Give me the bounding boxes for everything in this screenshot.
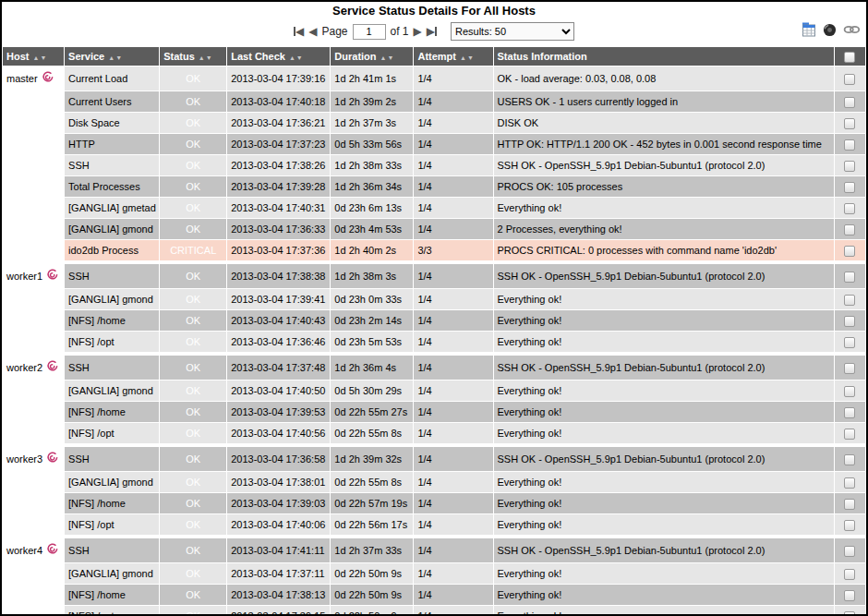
attempt-value: 1/4 xyxy=(414,514,492,535)
service-row: masterCurrent LoadOK2013-03-04 17:39:161… xyxy=(3,66,865,91)
service-name-link[interactable]: Current Load xyxy=(65,66,159,91)
sort-arrows-icon[interactable]: ▲▼ xyxy=(380,54,395,61)
page-of-label: of 1 xyxy=(391,25,409,38)
service-name-link[interactable]: Current Users xyxy=(65,91,159,112)
row-checkbox[interactable] xyxy=(844,363,855,374)
service-name-link[interactable]: [NFS] /home xyxy=(65,585,159,605)
service-name-link[interactable]: ido2db Process xyxy=(65,240,159,260)
attempt-value: 1/4 xyxy=(414,264,492,288)
row-checkbox[interactable] xyxy=(844,546,855,557)
host-name-link[interactable]: master xyxy=(6,71,38,86)
row-checkbox-cell xyxy=(835,563,865,584)
sort-arrows-icon[interactable]: ▲▼ xyxy=(289,54,304,61)
row-checkbox[interactable] xyxy=(844,454,855,465)
sort-arrows-icon[interactable]: ▲▼ xyxy=(32,54,47,61)
row-checkbox[interactable] xyxy=(844,139,855,151)
status-badge: OK xyxy=(160,472,226,492)
results-per-page-select[interactable]: Results: 50 xyxy=(451,22,574,41)
row-checkbox[interactable] xyxy=(844,590,855,601)
service-row: [NFS] /homeOK2013-03-04 17:39:030d 22h 5… xyxy=(3,493,865,513)
next-page-button[interactable]: ▶ xyxy=(414,26,422,37)
host-name-link[interactable]: worker3 xyxy=(6,452,42,466)
row-checkbox[interactable] xyxy=(844,203,855,214)
service-name-link[interactable]: SSH xyxy=(65,356,159,380)
first-page-button[interactable]: ◀ xyxy=(294,26,304,37)
duration-value: 0d 22h 55m 8s xyxy=(331,423,413,443)
column-header-host[interactable]: Host▲▼ xyxy=(3,47,64,66)
service-name-link[interactable]: Disk Space xyxy=(65,113,159,133)
row-checkbox[interactable] xyxy=(844,246,855,257)
service-row: Disk SpaceOK2013-03-04 17:36:211d 2h 37m… xyxy=(3,113,865,133)
row-checkbox[interactable] xyxy=(844,477,855,489)
duration-value: 0d 23h 2m 14s xyxy=(331,310,413,331)
page-number-input[interactable] xyxy=(353,24,386,40)
row-checkbox[interactable] xyxy=(844,316,855,327)
row-checkbox[interactable] xyxy=(844,295,855,306)
row-checkbox[interactable] xyxy=(844,74,855,85)
service-name-link[interactable]: [NFS] /home xyxy=(65,493,159,513)
status-badge: OK xyxy=(160,332,226,352)
host-group-spacer xyxy=(3,261,865,263)
row-checkbox[interactable] xyxy=(844,272,855,283)
status-badge: OK xyxy=(160,563,226,584)
duration-value: 1d 2h 38m 33s xyxy=(331,155,413,175)
sort-arrows-icon[interactable]: ▲▼ xyxy=(108,54,123,61)
row-checkbox[interactable] xyxy=(844,569,855,580)
row-checkbox-cell xyxy=(835,356,865,380)
disc-icon[interactable] xyxy=(823,23,837,37)
duration-value: 0d 22h 55m 8s xyxy=(331,472,413,492)
last-page-button[interactable]: ▶ xyxy=(427,26,437,37)
service-name-link[interactable]: [NFS] /opt xyxy=(65,423,159,443)
host-name-link[interactable]: worker4 xyxy=(6,543,42,558)
service-name-link[interactable]: SSH xyxy=(65,264,159,288)
row-checkbox[interactable] xyxy=(844,429,855,440)
row-checkbox[interactable] xyxy=(844,520,855,531)
page-label: Page xyxy=(321,25,347,38)
select-all-checkbox[interactable] xyxy=(844,52,855,63)
row-checkbox[interactable] xyxy=(844,386,855,397)
column-header-service[interactable]: Service▲▼ xyxy=(65,47,159,66)
columns-table-icon[interactable] xyxy=(802,22,816,37)
service-name-link[interactable]: HTTP xyxy=(65,134,159,154)
row-checkbox[interactable] xyxy=(844,611,855,616)
service-name-link[interactable]: [GANGLIA] gmetad xyxy=(65,198,159,218)
service-name-link[interactable]: [GANGLIA] gmond xyxy=(65,219,159,239)
row-checkbox[interactable] xyxy=(844,499,855,510)
service-name-link[interactable]: [NFS] /opt xyxy=(65,514,159,535)
status-badge: CRITICAL xyxy=(160,240,226,260)
row-checkbox[interactable] xyxy=(844,337,855,348)
row-checkbox[interactable] xyxy=(844,161,855,172)
row-checkbox[interactable] xyxy=(844,224,855,236)
sort-arrows-icon[interactable]: ▲▼ xyxy=(460,54,475,61)
service-name-link[interactable]: [GANGLIA] gmond xyxy=(65,472,159,492)
service-name-link[interactable]: SSH xyxy=(65,155,159,175)
previous-page-button[interactable]: ◀ xyxy=(308,26,317,37)
column-header-status[interactable]: Status▲▼ xyxy=(160,47,226,66)
service-name-link[interactable]: SSH xyxy=(65,447,159,471)
service-row: Total ProcessesOK2013-03-04 17:39:281d 2… xyxy=(3,176,865,197)
sort-arrows-icon[interactable]: ▲▼ xyxy=(199,54,213,61)
service-name-link[interactable]: Total Processes xyxy=(65,176,159,197)
service-name-link[interactable]: SSH xyxy=(65,538,159,562)
row-checkbox[interactable] xyxy=(844,182,855,193)
service-name-link[interactable]: [GANGLIA] gmond xyxy=(65,289,159,309)
service-name-link[interactable]: [NFS] /home xyxy=(65,402,159,422)
service-name-link[interactable]: [GANGLIA] gmond xyxy=(65,380,159,401)
service-name-link[interactable]: [GANGLIA] gmond xyxy=(65,563,159,584)
host-name-link[interactable]: worker2 xyxy=(6,360,42,375)
column-header-attempt[interactable]: Attempt▲▼ xyxy=(414,47,492,66)
host-name-link[interactable]: worker1 xyxy=(6,269,42,284)
column-header-label: Service xyxy=(68,51,104,62)
row-checkbox[interactable] xyxy=(844,118,855,129)
service-name-link[interactable]: [NFS] /home xyxy=(65,310,159,331)
row-checkbox[interactable] xyxy=(844,97,855,108)
service-name-link[interactable]: [NFS] /opt xyxy=(65,606,159,616)
status-badge: OK xyxy=(160,198,226,218)
service-name-link[interactable]: [NFS] /opt xyxy=(65,332,159,352)
last-check-value: 2013-03-04 17:37:36 xyxy=(227,240,330,260)
link-icon[interactable] xyxy=(843,24,861,35)
duration-value: 1d 2h 39m 2s xyxy=(331,91,413,112)
column-header-duration[interactable]: Duration▲▼ xyxy=(331,47,413,66)
row-checkbox[interactable] xyxy=(844,407,855,418)
column-header-last-check[interactable]: Last Check▲▼ xyxy=(227,47,330,66)
